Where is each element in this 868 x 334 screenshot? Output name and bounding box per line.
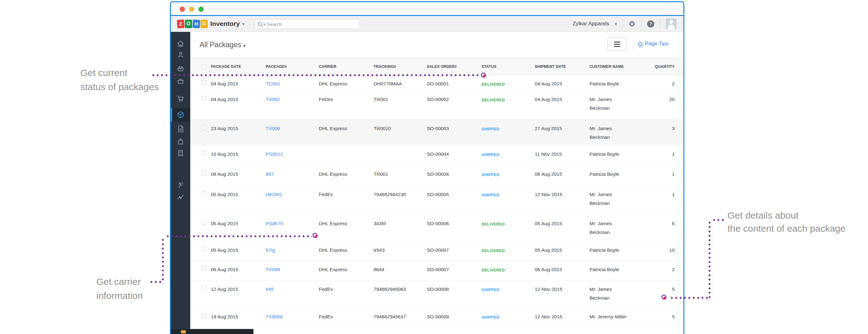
sidebar-item-invoices[interactable] <box>171 122 190 136</box>
cell-sales_order: SO-00003 <box>427 124 449 133</box>
org-name[interactable]: Zylkar Apparels <box>572 21 609 27</box>
page-title[interactable]: All Packages ▾ <box>199 41 245 49</box>
table-row[interactable]: 04 Aug 2015TC001DHL ExpressDH0770MAASO-0… <box>190 75 683 91</box>
row-checkbox[interactable] <box>202 171 206 175</box>
row-checkbox[interactable] <box>202 151 206 156</box>
window-close-button[interactable] <box>180 7 185 12</box>
table-row[interactable]: 08 Aug 2015897DHL ExpressTR001SO-00004SH… <box>190 165 683 186</box>
search-input[interactable] <box>267 22 357 27</box>
cell-shipment_date: 12 Nov 2015 <box>535 285 562 294</box>
zoho-logo-letter: H <box>192 20 200 28</box>
column-header-quantity[interactable]: QUANTITY <box>655 64 675 69</box>
row-checkbox[interactable] <box>202 247 206 252</box>
header-divider <box>623 20 623 28</box>
cell-status: DELIVERED <box>482 266 505 275</box>
cell-customer: Patricia Boyle <box>590 150 641 159</box>
annotation-target-status <box>481 72 486 77</box>
search-box[interactable]: ▾ <box>255 19 360 29</box>
column-header-tracking[interactable]: TRACKING# <box>374 64 396 69</box>
table-row[interactable]: 10 Aug 2015PS0012SO-00004SHIPPED11 Nov 2… <box>190 145 683 165</box>
settings-gear-icon[interactable]: ⚙ <box>629 20 636 28</box>
row-checkbox[interactable] <box>202 80 206 85</box>
column-header-package_no[interactable]: PACKAGE# <box>266 64 287 69</box>
items-icon <box>177 77 185 85</box>
cell-package_date: 23 Aug 2015 <box>211 124 238 133</box>
dotted-connector-carrier <box>162 238 164 283</box>
help-icon[interactable]: ? <box>647 20 654 28</box>
cell-customer: Mr. James Beckman <box>590 190 641 208</box>
sidebar-item-packages[interactable] <box>171 108 190 122</box>
row-checkbox[interactable] <box>202 286 206 291</box>
column-header-customer[interactable]: CUSTOMER NAME <box>590 64 641 69</box>
search-scope-caret-icon[interactable]: ▾ <box>264 23 265 26</box>
annotation-carrier-line1: Get carrier <box>96 275 143 289</box>
column-header-shipment_date[interactable]: SHIPMENT DATE <box>535 64 566 69</box>
table-row[interactable]: 12 Aug 2015645FedEx794662945063SO-00008S… <box>190 280 683 308</box>
table-row[interactable]: 05 Aug 2015PSdh75DHL Express3435fSO-0000… <box>190 215 683 241</box>
window-zoom-button[interactable] <box>198 7 204 12</box>
cell-customer: Mr. James Beckman <box>590 124 641 142</box>
table-row[interactable]: 06 Aug 2015TX099DHL Express8644SO-00007D… <box>190 261 683 280</box>
sub-header-divider <box>633 38 633 50</box>
cell-shipment_date: 05 Aug 2015 <box>535 246 562 255</box>
dotted-connector-details <box>708 221 711 299</box>
column-header-package_date[interactable]: PACKAGE DATE <box>211 64 241 69</box>
cell-quantity: 10 <box>669 246 675 255</box>
row-checkbox[interactable] <box>202 220 206 225</box>
org-caret-icon[interactable]: ▾ <box>615 22 617 26</box>
package-link[interactable]: HKDH2 <box>266 190 282 199</box>
cell-status: SHIPPED <box>482 313 499 322</box>
package-link[interactable]: 645 <box>266 285 274 294</box>
package-link[interactable]: TX099 <box>266 265 280 274</box>
reports-icon <box>177 193 185 201</box>
package-link[interactable]: TC001 <box>266 79 280 88</box>
home-icon <box>177 40 185 48</box>
annotation-target-details <box>661 295 666 300</box>
sidebar-item-sales[interactable] <box>171 92 190 105</box>
cell-package_date: 05 Aug 2015 <box>211 219 238 228</box>
row-checkbox[interactable] <box>202 125 206 130</box>
package-link[interactable]: 67tg <box>266 246 275 255</box>
table-row[interactable]: 05 Aug 201567tgDHL Expresstr543SO-00007D… <box>190 241 683 261</box>
sidebar-item-item-groups[interactable] <box>171 62 190 75</box>
cell-tracking: 794662945637 <box>374 312 406 321</box>
package-link[interactable]: PSdh75 <box>266 219 283 228</box>
zoho-logo[interactable]: ZOHO Inventory ▾ <box>177 20 244 28</box>
sidebar-item-reports[interactable] <box>171 190 190 204</box>
package-link[interactable]: 897 <box>266 170 274 178</box>
table-body: 04 Aug 2015TC001DHL ExpressDH0770MAASO-0… <box>190 75 683 328</box>
hamburger-icon <box>614 42 620 42</box>
package-link[interactable]: PS0012 <box>266 150 283 159</box>
list-menu-button[interactable] <box>607 37 627 51</box>
table-row[interactable]: 19 Aug 2015TX9058FedEx794662945637SO-000… <box>190 308 683 328</box>
package-link[interactable]: TX002 <box>266 95 280 104</box>
row-checkbox[interactable] <box>202 266 206 271</box>
cell-customer: Mr. James Beckman <box>590 219 641 237</box>
column-header-carrier[interactable]: CARRIER <box>319 64 336 69</box>
row-checkbox[interactable] <box>202 191 206 196</box>
package-link[interactable]: TX9058 <box>266 312 283 321</box>
product-caret-icon[interactable]: ▾ <box>243 22 245 26</box>
table-row[interactable]: 05 Aug 2015HKDH2FedEx794662944230SO-0000… <box>190 186 683 215</box>
row-checkbox[interactable] <box>202 313 206 318</box>
cell-carrier: DHL Express <box>319 265 347 274</box>
cell-tracking: TR001 <box>374 95 388 104</box>
dotted-connector-details <box>670 297 709 299</box>
sidebar-item-bookmarks[interactable] <box>171 146 190 160</box>
row-checkbox[interactable] <box>202 96 206 101</box>
cell-sales_order: SO-00005 <box>427 190 449 199</box>
sidebar-item-contacts[interactable] <box>171 48 190 62</box>
cell-carrier: DHL Express <box>319 124 347 133</box>
select-all-checkbox[interactable] <box>202 64 206 69</box>
table-row[interactable]: 23 Aug 2015TX006DHL ExpressTR0010SO-0000… <box>190 120 683 145</box>
cell-status: SHIPPED <box>482 286 499 294</box>
user-avatar[interactable] <box>666 19 677 29</box>
table-row[interactable]: 04 Aug 2015TX002FeDexTR001SO-00002DELIVE… <box>190 91 683 120</box>
column-header-sales_order[interactable]: SALES ORDER# <box>427 64 457 69</box>
window-minimize-button[interactable] <box>189 7 194 12</box>
cell-status: DELIVERED <box>482 220 505 229</box>
column-header-status[interactable]: STATUS <box>482 64 496 69</box>
bookmarks-icon <box>177 149 185 157</box>
page-tips-button[interactable]: Page Tips <box>638 41 669 47</box>
package-link[interactable]: TX006 <box>266 124 280 133</box>
